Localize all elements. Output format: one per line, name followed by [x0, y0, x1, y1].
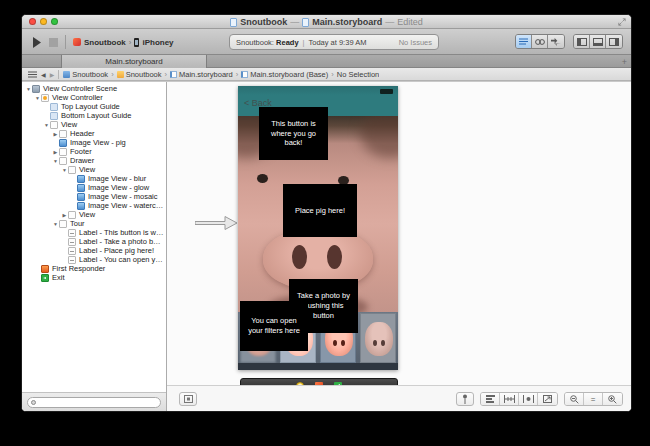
scheme-chevron: ›: [129, 38, 132, 47]
outline-item-top-layout-guide[interactable]: Top Layout Guide: [22, 102, 166, 111]
pin-button[interactable]: [456, 392, 474, 406]
title-edited-state: Edited: [397, 17, 423, 27]
imageview-icon: [59, 139, 67, 147]
disclosure-triangle-icon[interactable]: ▼: [61, 167, 68, 173]
outline-item-first-responder[interactable]: First Responder: [22, 264, 166, 273]
stop-button[interactable]: [49, 38, 58, 47]
title-app: Snoutbook: [240, 17, 287, 27]
tour-label-filters[interactable]: You can open your filters here: [240, 301, 308, 351]
disclosure-triangle-icon[interactable]: ▼: [25, 86, 32, 92]
window-titlebar: Snoutbook — Main.storyboard — Edited: [22, 15, 631, 29]
actual-size-icon[interactable]: =: [584, 393, 603, 405]
breadcrumb-label: No Selection: [337, 70, 380, 79]
history-forward-button[interactable]: ▶: [50, 71, 55, 78]
disclosure-triangle-icon[interactable]: ▶: [61, 212, 68, 218]
disclosure-triangle-icon[interactable]: ▼: [52, 221, 59, 227]
breadcrumb-item-snoutbook[interactable]: Snoutbook: [117, 70, 162, 79]
zoom-button-group: =: [564, 392, 623, 406]
breadcrumb-separator: ›: [236, 70, 239, 79]
fullscreen-icon[interactable]: [618, 18, 626, 26]
outline-toggle-button[interactable]: [179, 392, 197, 406]
outline-item-label-take-a-photo-b[interactable]: Label - Take a photo b…: [22, 237, 166, 246]
outline-item-label: Image View - pig: [70, 138, 126, 147]
label-icon: [68, 238, 76, 246]
jump-bar: ◀ ▶ Snoutbook›Snoutbook›Main.storyboard›…: [22, 68, 631, 81]
outline-item-image-view-glow[interactable]: Image View - glow: [22, 183, 166, 192]
outline-item-label: Drawer: [70, 156, 94, 165]
status-time: Today at 9:39 AM: [309, 38, 367, 47]
outline-item-label: Label - This button is w…: [79, 228, 164, 237]
version-editor-button[interactable]: [548, 35, 564, 48]
outline-item-view[interactable]: ▼View: [22, 120, 166, 129]
align-icon[interactable]: [481, 393, 500, 405]
toggle-debug-area-button[interactable]: [590, 35, 606, 48]
outline-item-image-view-waterc[interactable]: Image View - waterc…: [22, 201, 166, 210]
constraints-pin-icon[interactable]: [500, 393, 519, 405]
related-items-icon[interactable]: [28, 71, 37, 78]
zoom-out-icon[interactable]: [565, 393, 584, 405]
add-tab-glyph: +: [622, 57, 627, 67]
filter-icon: [31, 400, 36, 405]
outline-item-label-this-button-is-w[interactable]: Label - This button is w…: [22, 228, 166, 237]
outline-item-view-controller-scene[interactable]: ▼View Controller Scene: [22, 84, 166, 93]
disclosure-triangle-icon[interactable]: ▼: [52, 158, 59, 164]
title-separator: —: [290, 17, 299, 27]
status-scheme: Snoutbook:: [236, 38, 274, 47]
outline-item-label: Image View - blur: [88, 174, 146, 183]
zoom-in-icon[interactable]: [603, 393, 622, 405]
disclosure-triangle-icon[interactable]: ▼: [34, 95, 41, 101]
outline-item-image-view-blur[interactable]: Image View - blur: [22, 174, 166, 183]
breadcrumb-item-no-selection[interactable]: No Selection: [337, 70, 380, 79]
toggle-utilities-button[interactable]: [606, 35, 622, 48]
outline-item-label: Footer: [70, 147, 92, 156]
outline-item-label: View Controller Scene: [43, 84, 117, 93]
resolve-issues-icon[interactable]: [519, 393, 538, 405]
outline-item-image-view-mosaic[interactable]: Image View - mosaic: [22, 192, 166, 201]
activity-status-box: Snoutbook: Ready | Today at 9:39 AM No I…: [229, 34, 439, 50]
imageview-icon: [77, 193, 85, 201]
outline-item-label: Label - Take a photo b…: [79, 237, 161, 246]
breadcrumb-item-snoutbook[interactable]: Snoutbook: [63, 70, 108, 79]
view-icon: [68, 211, 76, 219]
filter-thumbnail-watercolor[interactable]: [360, 313, 396, 363]
scheme-selector[interactable]: Snoutbook › iPhoney: [73, 38, 174, 47]
history-back-button[interactable]: ◀: [41, 71, 46, 78]
outline-filter-field[interactable]: [27, 397, 161, 408]
add-tab-button[interactable]: +: [622, 55, 627, 68]
disclosure-triangle-icon[interactable]: ▼: [43, 122, 50, 128]
tab-main-storyboard[interactable]: Main.storyboard: [61, 55, 207, 68]
standard-editor-button[interactable]: [516, 35, 532, 48]
run-button[interactable]: [32, 37, 42, 48]
view-controller-scene[interactable]: < Back This button is where you go back!: [238, 86, 398, 370]
breadcrumb-separator: ›: [165, 70, 168, 79]
disclosure-triangle-icon[interactable]: ▶: [52, 131, 59, 137]
outline-item-view[interactable]: ▶View: [22, 210, 166, 219]
disclosure-triangle-icon[interactable]: ▶: [52, 149, 59, 155]
toggle-navigator-button[interactable]: [574, 35, 590, 48]
outline-item-label-place-pig-here[interactable]: Label - Place pig here!: [22, 246, 166, 255]
tour-label-place-pig[interactable]: Place pig here!: [283, 184, 357, 237]
outline-item-view[interactable]: ▼View: [22, 165, 166, 174]
outline-item-label: Label - You can open y…: [79, 255, 163, 264]
outline-item-bottom-layout-guide[interactable]: Bottom Layout Guide: [22, 111, 166, 120]
outline-item-view-controller[interactable]: ▼View Controller: [22, 93, 166, 102]
status-issues: No Issues: [399, 38, 432, 47]
breadcrumb-item-main-storyboard[interactable]: Main.storyboard: [170, 70, 233, 79]
guide-icon: [50, 112, 58, 120]
tour-label-back[interactable]: This button is where you go back!: [259, 107, 328, 160]
assistant-editor-button[interactable]: [532, 35, 548, 48]
breadcrumb-item-main-storyboard-base[interactable]: Main.storyboard (Base): [241, 70, 328, 79]
outline-item-label-you-can-open-y[interactable]: Label - You can open y…: [22, 255, 166, 264]
outline-item-exit[interactable]: Exit: [22, 273, 166, 282]
outline-item-footer[interactable]: ▶Footer: [22, 147, 166, 156]
outline-item-image-view-pig[interactable]: Image View - pig: [22, 138, 166, 147]
viewcontroller-icon: [41, 94, 49, 102]
outline-item-header[interactable]: ▶Header: [22, 129, 166, 138]
resize-icon[interactable]: [538, 393, 557, 405]
initial-view-controller-arrow[interactable]: [195, 215, 239, 231]
folder-icon: [117, 71, 124, 78]
outline-item-label: Exit: [52, 273, 65, 282]
outline-item-tour[interactable]: ▼Tour: [22, 219, 166, 228]
storyboard-canvas[interactable]: < Back This button is where you go back!: [167, 82, 631, 411]
outline-item-drawer[interactable]: ▼Drawer: [22, 156, 166, 165]
